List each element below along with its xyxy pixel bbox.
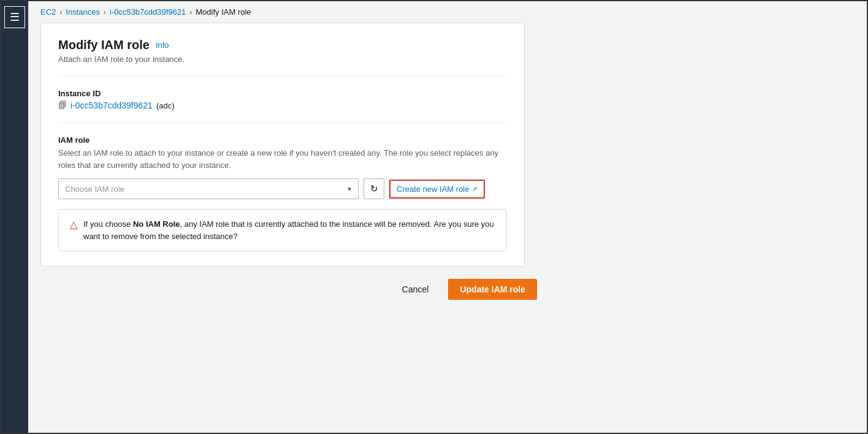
breadcrumb-sep-2: › xyxy=(104,8,106,17)
divider-1 xyxy=(58,76,507,77)
external-link-icon: ➚ xyxy=(472,185,478,193)
refresh-button[interactable]: ↻ xyxy=(364,178,384,199)
breadcrumb-ec2[interactable]: EC2 xyxy=(40,7,56,17)
page-title: Modify IAM role xyxy=(58,38,150,52)
info-link[interactable]: Info xyxy=(156,40,169,50)
breadcrumb-sep-1: › xyxy=(59,8,62,17)
instance-id-label: Instance ID xyxy=(58,89,507,98)
warning-text: If you choose No IAM Role, any IAM role … xyxy=(83,218,495,242)
warning-box: △ If you choose No IAM Role, any IAM rol… xyxy=(58,209,507,251)
breadcrumb-sep-3: › xyxy=(189,8,192,17)
instance-az: (adc) xyxy=(156,101,175,110)
update-iam-role-button[interactable]: Update IAM role xyxy=(448,279,537,300)
menu-button[interactable]: ☰ xyxy=(4,6,25,28)
iam-select-row: Choose IAM role ▼ ↻ Create new IAM role … xyxy=(58,178,507,199)
main-content: EC2 › Instances › i-0cc53b7cdd39f9621 › … xyxy=(28,1,867,433)
warning-text-before: If you choose xyxy=(83,219,133,229)
iam-role-select[interactable]: Choose IAM role xyxy=(58,178,359,199)
refresh-icon: ↻ xyxy=(370,183,378,194)
warning-bold: No IAM Role xyxy=(133,219,180,229)
cancel-button[interactable]: Cancel xyxy=(392,280,439,299)
create-iam-role-link[interactable]: Create new IAM role ➚ xyxy=(389,180,485,199)
modify-iam-card: Modify IAM role Info Attach an IAM role … xyxy=(40,23,525,267)
warning-icon: △ xyxy=(70,219,77,230)
create-iam-label: Create new IAM role xyxy=(397,185,470,194)
breadcrumb-instance-id[interactable]: i-0cc53b7cdd39f9621 xyxy=(110,7,186,17)
copy-icon[interactable]: 🗐 xyxy=(58,101,67,110)
page-title-row: Modify IAM role Info xyxy=(58,38,507,52)
instance-id-row: 🗐 i-0cc53b7cdd39f9621 (adc) xyxy=(58,101,507,110)
breadcrumb: EC2 › Instances › i-0cc53b7cdd39f9621 › … xyxy=(28,1,867,23)
iam-select-wrapper: Choose IAM role ▼ xyxy=(58,178,359,199)
iam-role-desc: Select an IAM role to attach to your ins… xyxy=(58,147,507,171)
footer-actions: Cancel Update IAM role xyxy=(40,267,549,312)
content-area: Modify IAM role Info Attach an IAM role … xyxy=(28,23,867,433)
page-subtitle: Attach an IAM role to your instance. xyxy=(58,55,507,64)
breadcrumb-instances[interactable]: Instances xyxy=(66,7,100,17)
iam-role-label: IAM role xyxy=(58,135,507,145)
divider-2 xyxy=(58,123,507,123)
sidebar: ☰ xyxy=(1,1,28,433)
instance-id-link[interactable]: i-0cc53b7cdd39f9621 xyxy=(70,101,153,110)
breadcrumb-current: Modify IAM role xyxy=(196,7,251,17)
